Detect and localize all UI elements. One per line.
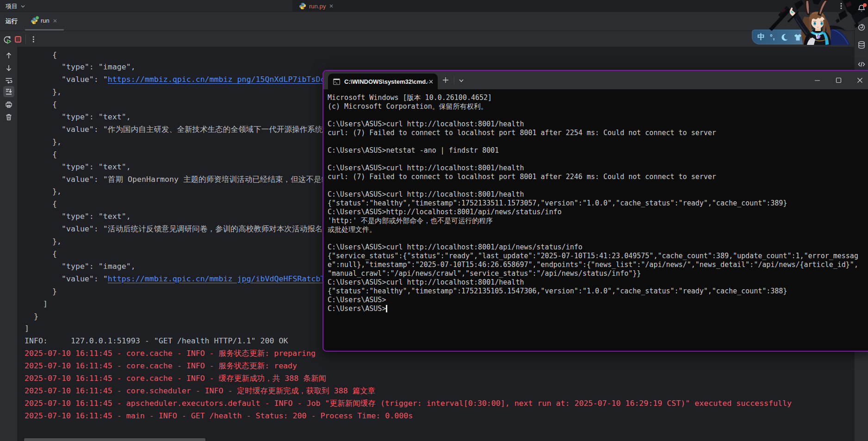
running-indicator-badge xyxy=(35,16,39,20)
tab-run-py[interactable]: run.py xyxy=(296,0,337,12)
rerun-button[interactable] xyxy=(3,35,12,44)
terminal-output[interactable]: Microsoft Windows [版本 10.0.26100.4652](c… xyxy=(323,89,868,352)
console-line: 2025-07-10 16:11:45 - apscheduler.execut… xyxy=(25,398,854,410)
terminal-line: 'http:' 不是内部或外部命令，也不是可运行的程序 xyxy=(328,217,868,225)
terminal-line: C:\Users\ASUS>curl http://localhost:8001… xyxy=(328,278,868,287)
console-line: 2025-07-10 16:11:45 - core.cache - INFO … xyxy=(25,360,854,373)
terminal-line: C:\Users\ASUS>curl http://localhost:8001… xyxy=(328,120,868,129)
tab-run-console[interactable]: run xyxy=(25,12,63,29)
terminal-line: {"status":"healthy","timestamp":17521351… xyxy=(328,287,868,296)
terminal-line: Microsoft Windows [版本 10.0.26100.4652] xyxy=(328,93,868,102)
terminal-tab-title: C:\WINDOWS\system32\cmd.exe xyxy=(344,78,428,85)
terminal-line: C:\Users\ASUS>curl http://localhost:8001… xyxy=(328,190,868,199)
editor-tab-label: run.py xyxy=(309,3,326,10)
terminal-line xyxy=(328,111,868,120)
anime-character-overlay xyxy=(748,0,868,45)
console-line: 2025-07-10 16:11:45 - core.cache - INFO … xyxy=(25,373,854,385)
terminal-line: C:\Users\ASUS>curl http://localhost:8001… xyxy=(328,164,868,173)
terminal-line: curl: (7) Failed to connect to localhost… xyxy=(328,173,868,181)
close-icon[interactable] xyxy=(329,3,334,9)
terminal-line: {"status":"healthy","timestamp":17521335… xyxy=(328,199,868,208)
ai-assistant-icon[interactable] xyxy=(857,23,866,31)
console-line: { xyxy=(25,49,854,62)
console-line: 2025-07-10 16:11:45 - core.scheduler - I… xyxy=(25,385,854,398)
scroll-to-end-icon[interactable] xyxy=(5,88,12,95)
more-options-icon[interactable] xyxy=(30,36,37,43)
cmd-icon xyxy=(333,78,340,85)
terminal-cursor xyxy=(386,305,387,312)
terminal-line: {"service_status":{"status":"ready","las… xyxy=(328,252,868,261)
close-tab-icon[interactable] xyxy=(428,79,434,85)
terminal-line: C:\Users\ASUS>curl http://localhost:8001… xyxy=(328,243,868,252)
terminal-line: C:\Users\ASUS>netstat -ano | findstr 800… xyxy=(328,146,868,155)
terminal-line xyxy=(328,181,868,190)
terminal-line: "manual_crawl":"/api/news/crawl","servic… xyxy=(328,269,868,278)
tab-dropdown-icon[interactable] xyxy=(458,77,465,84)
minimize-button[interactable] xyxy=(806,71,828,89)
python-icon xyxy=(299,2,306,10)
tabbar-divider xyxy=(454,76,454,85)
soft-wrap-icon[interactable] xyxy=(5,77,12,84)
close-window-button[interactable] xyxy=(849,71,868,89)
console-line: 2025-07-10 16:11:45 - main - INFO - GET … xyxy=(25,410,854,422)
print-icon[interactable] xyxy=(5,101,12,108)
terminal-line xyxy=(328,155,868,164)
run-toolbar xyxy=(0,31,854,47)
more-options-icon[interactable] xyxy=(837,2,845,10)
cmd-terminal-window[interactable]: C:\WINDOWS\system32\cmd.exe Microsoft Wi… xyxy=(322,70,868,352)
notification-badge xyxy=(863,3,867,7)
screen: 项目 run.py 运行 run xyxy=(0,0,868,441)
console-hyperlink[interactable]: https://mmbiz.qpic.cn/mmbiz_png/15QnXdLP… xyxy=(108,75,325,84)
code-with-me-icon[interactable] xyxy=(857,60,866,68)
main-toolbar-left xyxy=(0,0,292,12)
clear-all-trash-icon[interactable] xyxy=(5,113,12,121)
tool-window-title: 运行 xyxy=(6,18,18,24)
project-widget[interactable]: 项目 xyxy=(6,3,25,9)
terminal-line: 或批处理文件。 xyxy=(328,225,868,234)
tool-window-tab-bar xyxy=(0,12,854,31)
terminal-titlebar[interactable]: C:\WINDOWS\system32\cmd.exe xyxy=(323,71,868,89)
chevron-down-icon xyxy=(20,4,25,9)
maximize-button[interactable] xyxy=(828,71,849,89)
terminal-line: (c) Microsoft Corporation。保留所有权利。 xyxy=(328,102,868,111)
terminal-line: C:\Users\ASUS> xyxy=(328,296,868,304)
horizontal-scrollbar-thumb[interactable] xyxy=(24,438,205,441)
terminal-tab[interactable]: C:\WINDOWS\system32\cmd.exe xyxy=(328,74,438,89)
project-widget-label: 项目 xyxy=(6,3,18,9)
terminal-line: C:\Users\ASUS>http://localhost:8001/api/… xyxy=(328,208,868,217)
terminal-line xyxy=(328,234,868,243)
active-tab-underline xyxy=(25,29,64,31)
notifications-bell-icon[interactable] xyxy=(857,4,866,12)
down-arrow-icon[interactable] xyxy=(5,64,12,72)
up-arrow-icon[interactable] xyxy=(5,52,12,59)
terminal-line: C:\Users\ASUS> xyxy=(328,304,868,313)
terminal-line xyxy=(328,137,868,146)
stop-button[interactable] xyxy=(15,36,21,43)
close-icon[interactable] xyxy=(52,18,58,24)
terminal-line: curl: (7) Failed to connect to localhost… xyxy=(328,129,868,137)
new-tab-icon[interactable] xyxy=(440,75,451,85)
database-icon[interactable] xyxy=(857,41,866,49)
console-hyperlink[interactable]: https://mmbiz.qpic.cn/mmbiz_jpg/ibVdQeHF… xyxy=(108,274,325,283)
terminal-line: e":null},"timestamp":"2025-07-10T15:46:2… xyxy=(328,261,868,269)
run-tab-label: run xyxy=(41,18,50,24)
toolbar-divider xyxy=(25,34,26,44)
